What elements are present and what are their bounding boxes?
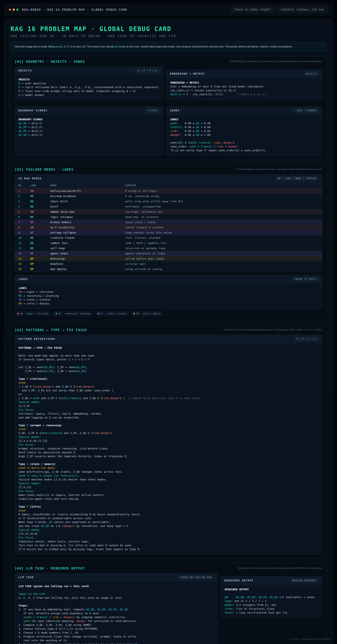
patterns-code-block: PATTERNS → TYPE → FIX FOCUS Note: one mo… <box>15 343 322 554</box>
titlebar-badges: IMAGE-AS-DEBUG-PROMPT SEMANTIC FIREWALL … <box>231 7 328 12</box>
lane-op-dot-icon <box>134 313 135 314</box>
section-patterns-title: [03] PATTERNS → TYPE → FIX FOCUS <box>15 328 87 332</box>
required-output-code-block: REQUIRED OUTPUT ΔS: ΔS_QE, ΔS_EP, ΔS_PA,… <box>221 584 322 618</box>
modes-table: NO LANE NAME SYMPTOM 1INhallucination/dr… <box>15 182 322 272</box>
panel-lanes: LANES WHERE IT FAILS LANESIN = input / r… <box>15 275 322 308</box>
panel-zones-badge: SAFE → DANGER <box>294 108 319 112</box>
panel-modes-badge: NO / LANE / NAME / SYMPTOM <box>275 176 319 180</box>
panel-pattern-definitions: PATTERN DEFINITIONS R / P / S / I PATTER… <box>15 335 322 554</box>
panel-zones-label: ZONES <box>170 109 180 112</box>
panel-embedding-label: EMBEDDING + METRIC <box>170 72 205 75</box>
table-row: 1INhallucination/driftE wrong or off-top… <box>15 188 322 194</box>
panel-boundary-badge: 4 CUTS <box>146 108 160 112</box>
panel-objects: OBJECTS Q / E / P / A OBJECTSQ = user qu… <box>15 66 163 100</box>
legend-chip: RE · reasoning / planning <box>53 311 93 316</box>
panel-patterns-label: PATTERN DEFINITIONS <box>18 337 55 340</box>
semantic-firewall-pill[interactable]: SEMANTIC FIREWALL FOR RAG <box>277 7 328 12</box>
legend-label: ST · state / context <box>100 312 126 315</box>
intro-banner: Feed this image plus a single failing ru… <box>10 42 326 52</box>
boundary-code-block: BOUNDARY SCORESΔS_QE = ΔS(Q,E)ΔS_EP = ΔS… <box>15 114 163 140</box>
panel-objects-badge: Q / E / P / A <box>135 68 160 73</box>
page-subtitle: ONE FAILING RUN IN · 16 WAYS TO BREAK · … <box>10 34 326 38</box>
zones-code-block: ZONESsafe: 0.00 ≤ ΔS < 0.40transit: 0.40… <box>166 114 322 155</box>
table-row: 10REcreative freezeflat, literal, blocke… <box>15 235 322 240</box>
panel-zones: ZONES SAFE → DANGER ZONESsafe: 0.00 ≤ ΔS… <box>166 106 322 156</box>
table-row: 2REmisread evidenceE ok, reasoning wrong <box>15 194 322 199</box>
section-task-title: [04] LLM TASK · REQUIRED OUTPUT <box>15 566 85 570</box>
col-header-lane: LANE <box>27 182 47 188</box>
col-header-name: NAME <box>47 182 122 188</box>
table-header-row: NO LANE NAME SYMPTOM <box>15 182 322 188</box>
panel-lanes-label: LANES <box>18 278 28 281</box>
panel-required-output: REQUIRED OUTPUT MACHINE-READABLE REQUIRE… <box>221 576 322 618</box>
table-row: 14OPbootstrapcalled before deps ready <box>15 256 322 261</box>
panel-llm-task: LLM TASK GIVEN ONE FAILING RUN LLM TASK … <box>15 573 218 644</box>
close-window-icon[interactable] <box>9 8 11 11</box>
panel-16-rag-modes: 16 RAG MODES NO / LANE / NAME / SYMPTOM … <box>15 174 322 272</box>
lane-legend: IN · input / retrievalRE · reasoning / p… <box>15 311 322 316</box>
objects-code-block: OBJECTSQ = user questionE = top-k retrie… <box>15 75 163 100</box>
table-row: 13STagent chaosagents overwrite or fight <box>15 251 322 256</box>
minimize-window-icon[interactable] <box>13 8 15 11</box>
legend-label: IN · input / retrieval <box>20 312 48 315</box>
col-header-no: NO <box>15 182 27 188</box>
legend-chip: OP · infra / deploy <box>131 311 163 316</box>
section-task-note: What any LLM must do when you feed this … <box>238 566 322 570</box>
window-titlebar: RAG-DEBUG · RAG 16 PROBLEM MAP · GLOBAL … <box>4 4 333 16</box>
table-row: 16OPbad deploywrong version or config <box>15 266 322 272</box>
section-failure-modes: [02] FAILURE MODES · LANES 16 named fail… <box>10 164 326 320</box>
table-row: 15OPdeadlockcircular wait <box>15 261 322 266</box>
panel-output-label: REQUIRED OUTPUT <box>224 579 254 582</box>
panel-task-label: LLM TASK <box>18 576 34 579</box>
section-modes-note: 16 named failure modes across 4 lanes. U… <box>236 168 322 171</box>
window-title: RAG-DEBUG · RAG 16 PROBLEM MAP · GLOBAL … <box>22 8 127 11</box>
section-geometry-note: Q/E/P/A objects, ΔS metric and four boun… <box>230 60 322 63</box>
section-geometry: [01] GEOMETRY · OBJECTS · ZONES Q/E/P/A … <box>10 56 326 160</box>
panel-boundary-scores: BOUNDARY SCORES 4 CUTS BOUNDARY SCORESΔS… <box>15 106 163 156</box>
section-modes-title: [02] FAILURE MODES · LANES <box>15 168 74 172</box>
section-patterns-note: From four ΔS zones to failure type and f… <box>224 328 322 332</box>
lane-in-dot-icon <box>17 313 19 314</box>
llm-task-code-block: LLM TASK (given one failing run + this c… <box>15 582 218 644</box>
panel-embedding-badge: ΔS(X,Y) <box>303 72 319 76</box>
lane-st-dot-icon <box>98 313 99 314</box>
legend-chip: IN · input / retrieval <box>15 311 51 316</box>
table-row: 5INembed false possim high, relevance lo… <box>15 209 322 214</box>
embedding-code-block: EMBEDDING + METRICI(X) = embedding of te… <box>166 78 322 99</box>
table-row: 4REbluffconfident, unsupported <box>15 204 322 209</box>
table-row: 7STbroken memoryloses story / state <box>15 220 322 225</box>
table-row: 6RElogic collapsedead-end, no recovery <box>15 214 322 220</box>
lane-re-dot-icon <box>56 313 57 314</box>
legend-label: RE · reasoning / planning <box>58 312 90 315</box>
legend-label: OP · infra / deploy <box>136 312 160 315</box>
panel-task-badge: GIVEN ONE FAILING RUN <box>178 575 214 579</box>
legend-chip: ST · state / context <box>95 311 129 316</box>
panel-embedding-metric: EMBEDDING + METRIC ΔS(X,Y) EMBEDDING + M… <box>166 70 322 100</box>
col-header-symptom: SYMPTOM <box>122 182 322 188</box>
table-row: 9STentropy collapselong context turns in… <box>15 230 322 235</box>
section-patterns: [03] PATTERNS → TYPE → FIX FOCUS From fo… <box>10 324 326 558</box>
table-row: 8INno E visibilitycannot inspect E conte… <box>15 225 322 230</box>
image-as-debug-prompt-pill[interactable]: IMAGE-AS-DEBUG-PROMPT <box>231 7 275 12</box>
section-geometry-title: [01] GEOMETRY · OBJECTS · ZONES <box>15 60 85 64</box>
table-row: 3REchain driftmulti-step plan drifts awa… <box>15 199 322 204</box>
lanes-code-block: LANESIN = input / retrievalRE = reasonin… <box>15 283 322 308</box>
panel-modes-label: 16 RAG MODES <box>18 177 42 180</box>
panel-lanes-badge: WHERE IT FAILS <box>293 277 319 281</box>
table-row: 12REself-looprecursion or paradox loop <box>15 246 322 251</box>
page-title: RAG 16 PROBLEM MAP · GLOBAL DEBUG CARD <box>10 25 326 32</box>
footer-link[interactable]: github.com/onestardao/WFGY <box>290 638 330 640</box>
panel-boundary-label: BOUNDARY SCORES <box>18 109 48 112</box>
poster-card: RAG 16 PROBLEM MAP · GLOBAL DEBUG CARD O… <box>4 19 333 644</box>
maximize-window-icon[interactable] <box>16 8 18 11</box>
traffic-light-dots <box>9 8 18 11</box>
panel-patterns-badge: R / P / S / I <box>294 337 319 341</box>
panel-objects-label: OBJECTS <box>18 69 32 72</box>
section-llm-task: [04] LLM TASK · REQUIRED OUTPUT What any… <box>10 563 326 644</box>
table-row: 11REsymbol failcode / math / symbols fai… <box>15 240 322 246</box>
panel-output-badge: MACHINE-READABLE <box>290 578 319 582</box>
